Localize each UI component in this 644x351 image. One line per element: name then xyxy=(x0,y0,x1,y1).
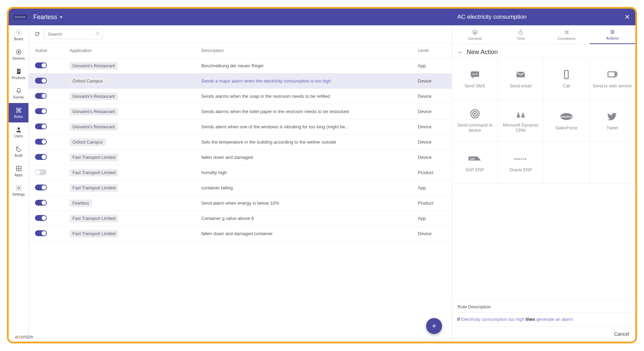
sidebar-item-apps[interactable]: Apps xyxy=(9,161,28,181)
table-row[interactable]: FearlessSend alarm when energy is below … xyxy=(29,196,452,211)
table-row[interactable]: Giovanni's RestaurantSends alarm when on… xyxy=(29,119,452,135)
stopwatch-icon xyxy=(518,29,524,35)
active-toggle[interactable] xyxy=(35,215,47,221)
svg-rect-21 xyxy=(611,30,612,31)
rule-description-cell: Sends alarms when the toilet paper in th… xyxy=(201,109,418,114)
table-row[interactable]: Giovanni's RestaurantSends alarms when t… xyxy=(29,89,452,104)
svg-point-7 xyxy=(17,127,20,130)
grid-icon xyxy=(15,165,22,172)
sidebar-item-rules[interactable]: Rules xyxy=(9,103,28,122)
table-row[interactable]: Giovanni's RestaurantSends alarms when t… xyxy=(29,104,452,119)
svg-rect-6 xyxy=(17,71,20,71)
tab-time[interactable]: Time xyxy=(498,25,544,44)
back-button[interactable]: ← xyxy=(458,49,463,55)
tab-actions[interactable]: Actions xyxy=(590,25,635,44)
svg-point-3 xyxy=(18,51,19,53)
active-toggle[interactable] xyxy=(35,139,47,145)
rule-description-cell: Sets the temperature in the building acc… xyxy=(201,139,418,145)
table-row[interactable]: Fast Transport LimitedContainer g value … xyxy=(29,211,452,226)
sidebar-item-events[interactable]: Events xyxy=(9,84,28,103)
tile-label: Oracle ERP xyxy=(507,168,534,173)
application-pill: Giovanni's Restaurant xyxy=(70,108,118,115)
action-tile-sap[interactable]: SAPSAP ERP xyxy=(452,142,498,184)
action-tile-tweet[interactable]: Tweet xyxy=(589,100,635,142)
sidebar-item-settings[interactable]: Settings xyxy=(9,181,28,200)
rule-description-cell: Sends a major alarm when the electricity… xyxy=(201,78,418,84)
rule-action: generate an alarm xyxy=(536,317,573,322)
table-row[interactable]: Oxford CampusSends a major alarm when th… xyxy=(29,74,452,89)
application-pill: Fast Transport Limited xyxy=(70,215,118,222)
refresh-button[interactable] xyxy=(34,31,41,37)
active-toggle[interactable] xyxy=(35,230,47,236)
command-icon xyxy=(15,107,22,114)
table-row[interactable]: Fast Transport Limitedfallen down and da… xyxy=(29,226,452,241)
action-tile-call[interactable]: Call xyxy=(544,58,590,100)
table-row[interactable]: Oxford CampusSets the temperature in the… xyxy=(29,135,452,150)
plus-icon: + xyxy=(432,322,436,331)
table-row[interactable]: Giovanni's RestaurantBeschreibung der ne… xyxy=(29,58,452,74)
action-tile-oracle[interactable]: ORACLEOracle ERP xyxy=(497,142,544,184)
action-tile-device[interactable]: Send command to device xyxy=(452,100,498,142)
table-row[interactable]: Fast Transport Limitedhumdity highProduc… xyxy=(29,165,452,180)
active-toggle[interactable] xyxy=(35,169,47,175)
action-tile-sms[interactable]: Send SMS xyxy=(452,58,498,100)
rule-description-cell: Sends alarms when the soap in the restro… xyxy=(201,94,418,99)
sidebar-item-board[interactable]: Board xyxy=(9,25,28,45)
svg-point-34 xyxy=(474,113,476,114)
layers-icon xyxy=(472,29,478,35)
sidebar-item-audit[interactable]: Audit xyxy=(9,142,28,161)
active-toggle[interactable] xyxy=(35,108,47,114)
action-tile-salesforce[interactable]: salesforceSalesForce xyxy=(544,100,590,142)
gear-icon xyxy=(15,185,22,191)
document-icon xyxy=(15,68,22,75)
rule-if: If xyxy=(457,317,460,322)
tile-label: Tweet xyxy=(605,126,620,131)
active-toggle[interactable] xyxy=(35,78,47,84)
sidebar-item-label: Events xyxy=(13,95,24,99)
action-tile-crm[interactable]: Microsoft Dynamic CRM xyxy=(497,100,544,142)
column-level: Level xyxy=(418,48,445,53)
table-row[interactable]: Fast Transport Limitedcontainer fallingA… xyxy=(29,180,452,196)
svg-point-1 xyxy=(18,32,19,34)
svg-point-0 xyxy=(16,30,21,35)
tweet-icon xyxy=(605,111,619,122)
rule-description-cell: fallen down and damaged container xyxy=(201,231,418,236)
rule-description-cell: Container g value above 6 xyxy=(201,216,418,221)
search-input[interactable] xyxy=(44,29,103,39)
close-icon[interactable]: ✕ xyxy=(625,13,630,21)
active-toggle[interactable] xyxy=(35,200,47,206)
tab-conditions[interactable]: Conditions xyxy=(544,25,590,44)
sidebar-item-devices[interactable]: Devices xyxy=(9,45,28,64)
command-icon xyxy=(564,29,570,35)
search-icon xyxy=(95,31,100,37)
svg-text:ORACLE: ORACLE xyxy=(514,157,527,161)
oracle-icon: ORACLE xyxy=(514,153,528,164)
table-row[interactable]: Fast Transport Limitedfallen down and da… xyxy=(29,150,452,165)
tile-label: Send command to device xyxy=(452,123,497,133)
rule-description-cell: Send alarm when energy is below 10% xyxy=(201,200,418,206)
action-tile-web[interactable]: Send to web service xyxy=(589,58,635,100)
call-icon xyxy=(559,69,573,80)
sidebar-item-label: Board xyxy=(14,37,23,41)
active-toggle[interactable] xyxy=(35,123,47,129)
cancel-button[interactable]: Cancel xyxy=(614,331,629,337)
add-rule-button[interactable]: + xyxy=(426,318,442,334)
rule-description-cell: Sends alarm when one of the windows is v… xyxy=(201,124,418,129)
active-toggle[interactable] xyxy=(35,185,47,190)
project-selector[interactable]: Fearless ▼ xyxy=(33,14,63,21)
refresh-icon xyxy=(34,31,40,37)
level-cell: Device xyxy=(418,231,445,236)
active-toggle[interactable] xyxy=(35,93,47,99)
salesforce-icon: salesforce xyxy=(559,111,573,122)
tab-general[interactable]: General xyxy=(452,25,498,44)
caret-down-icon: ▼ xyxy=(59,15,63,19)
sidebar-item-users[interactable]: Users xyxy=(9,122,28,142)
active-toggle[interactable] xyxy=(35,62,47,68)
sidebar-item-label: Devices xyxy=(12,57,25,60)
application-pill: Fast Transport Limited xyxy=(70,230,118,238)
active-toggle[interactable] xyxy=(35,154,47,160)
sidebar-item-products[interactable]: Products xyxy=(9,64,28,84)
rule-description-label: Rule Description xyxy=(452,299,635,312)
action-tile-email[interactable]: Send email xyxy=(497,58,544,100)
svg-rect-23 xyxy=(612,33,612,34)
